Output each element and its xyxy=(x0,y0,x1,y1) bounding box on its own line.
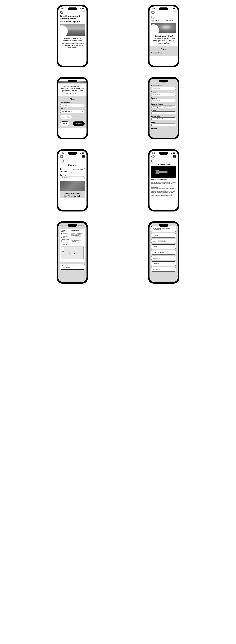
sort-select[interactable]: Taxonomic Group xyxy=(60,110,85,113)
hero-image xyxy=(58,81,87,84)
menu-icon[interactable] xyxy=(173,11,176,13)
species-input[interactable]: Input search... xyxy=(151,99,176,102)
collected-icon xyxy=(61,236,62,238)
status-time: 9:41 xyxy=(152,8,171,10)
chevron-down-icon xyxy=(173,124,175,126)
page-title: Results xyxy=(60,164,85,167)
download-icon xyxy=(77,170,79,172)
category-label: Species Category xyxy=(151,103,176,105)
status-time: 9:41 xyxy=(61,152,80,154)
back-button[interactable] xyxy=(151,159,155,163)
common-name: Big Water Crayfish xyxy=(61,195,83,197)
accordion-occurrences[interactable]: Great Lakes Nonindigenous Occurrences xyxy=(60,264,85,270)
record-label: Records xyxy=(60,170,67,172)
sort-select[interactable]: Taxonomic Group xyxy=(60,176,85,179)
identification-text: Brownish-green body with dark, rusty-red… xyxy=(151,188,175,196)
common-name-input[interactable]: Input search... xyxy=(60,104,85,107)
noaa-logo xyxy=(60,155,63,158)
synonyms-heading: Synonyms and other names: xyxy=(151,179,167,180)
chevron-down-icon xyxy=(173,112,175,114)
more-filters-button[interactable]: More Filters xyxy=(60,115,72,119)
chevron-down-icon xyxy=(173,106,175,108)
zoom-out-button[interactable]: − xyxy=(62,249,64,252)
chevron-down-icon xyxy=(173,235,174,236)
page-title: Species List Generator xyxy=(151,19,176,22)
lake-label: Lake (HUC) xyxy=(151,115,176,117)
pathway-label: Pathway xyxy=(151,128,176,129)
csv-download-button[interactable]: CSV of the Results xyxy=(71,168,85,173)
accurate-icon xyxy=(61,240,62,242)
status-time: 9:41 xyxy=(61,8,80,10)
back-button[interactable] xyxy=(60,159,64,163)
menu-icon[interactable] xyxy=(82,156,85,158)
status-bar: 9:41 xyxy=(149,151,178,154)
native-range-text: Ohio River basin, spanning tributaries i… xyxy=(71,232,83,242)
common-name-label: Common Name xyxy=(60,102,85,104)
chevron-down-icon xyxy=(173,263,174,264)
scientific-name: Cambarus robustus xyxy=(61,192,83,194)
noaa-logo xyxy=(151,10,155,14)
status-icons xyxy=(80,8,84,10)
reset-button[interactable]: Reset xyxy=(60,122,69,126)
accordion-item[interactable]: Great Lakes Nonindigenous Occurrences xyxy=(151,226,176,232)
back-button[interactable] xyxy=(151,15,155,18)
species-image xyxy=(151,166,176,178)
group-select[interactable]: All xyxy=(151,112,176,114)
accordion-item[interactable]: Means of Introduction xyxy=(151,239,176,243)
record-count: 6 xyxy=(60,168,67,170)
menu-icon[interactable] xyxy=(82,11,85,13)
lake-select[interactable]: All Great Lakes Drainages xyxy=(151,118,176,120)
identification-heading: Identification xyxy=(151,186,158,188)
zoom-in-button[interactable]: + xyxy=(62,247,64,249)
common-name-input[interactable]: Input search... xyxy=(151,87,176,90)
category-select[interactable]: Nonindigenous+Range Expanders xyxy=(151,105,176,108)
species-label: Species xyxy=(151,97,176,99)
group-label: Group xyxy=(151,109,176,111)
truncated-text: ending to be larger than females. Reache… xyxy=(60,225,85,228)
approximate-icon xyxy=(61,242,62,243)
spatial-heading: Spatial Accuracy: xyxy=(61,239,70,240)
status-time: 9:41 xyxy=(152,152,171,154)
chevron-down-icon xyxy=(173,118,175,120)
accordion-item[interactable]: Remarks xyxy=(151,262,176,266)
hero-image xyxy=(60,24,85,36)
accordion-item[interactable]: Status xyxy=(151,244,176,249)
submit-button[interactable]: Submit xyxy=(73,122,85,126)
status-select[interactable]: All xyxy=(151,124,176,126)
scientific-name: Faxonius rusticus xyxy=(151,164,176,165)
noaa-logo xyxy=(151,155,155,158)
extirpated-icon xyxy=(61,234,62,235)
intro-text: Generate custom lists of nonindigenous s… xyxy=(60,85,85,94)
accordion-item[interactable]: Ecology xyxy=(151,233,176,238)
status-bar: 9:41 xyxy=(58,151,87,154)
noaa-logo xyxy=(60,10,63,14)
status-icons xyxy=(171,152,175,154)
page-title: Great Lakes Aquatic Nonindigenous Inform… xyxy=(60,15,85,23)
result-image xyxy=(60,181,85,191)
status-icons xyxy=(171,8,175,10)
sort-label: Sort by xyxy=(60,108,85,110)
chevron-down-icon xyxy=(173,257,174,259)
pop-status-heading: Population Status: xyxy=(61,230,70,232)
map[interactable]: + − xyxy=(61,246,84,260)
centroid-icon xyxy=(61,244,62,245)
menu-icon[interactable] xyxy=(173,156,176,158)
chevron-down-icon xyxy=(173,269,174,270)
status-icons xyxy=(80,152,84,154)
synonyms-text: Orconectes rusticus (Girard, 1852). Faxo… xyxy=(151,180,176,186)
native-range-heading: Native Range xyxy=(71,230,84,231)
zoom-control[interactable]: + − xyxy=(62,247,64,252)
status-bar: 9:41 xyxy=(58,6,87,10)
established-icon xyxy=(61,232,62,234)
genus-input[interactable]: Input search... xyxy=(151,93,176,96)
accordion-item[interactable]: Management xyxy=(151,256,176,260)
filters-heading: Filters xyxy=(151,48,176,50)
result-card[interactable]: Cambarus robustus Big Water Crayfish xyxy=(60,181,85,198)
sort-label: Sort by: xyxy=(60,174,85,176)
chevron-down-icon xyxy=(173,228,174,230)
accordion-item[interactable]: Great Lakes Impact xyxy=(151,250,176,254)
filters-heading: Filters xyxy=(151,81,176,83)
genus-label: Genus xyxy=(151,91,176,93)
common-name-label: Common Name xyxy=(151,85,176,87)
accordion-item[interactable]: References xyxy=(151,267,176,272)
